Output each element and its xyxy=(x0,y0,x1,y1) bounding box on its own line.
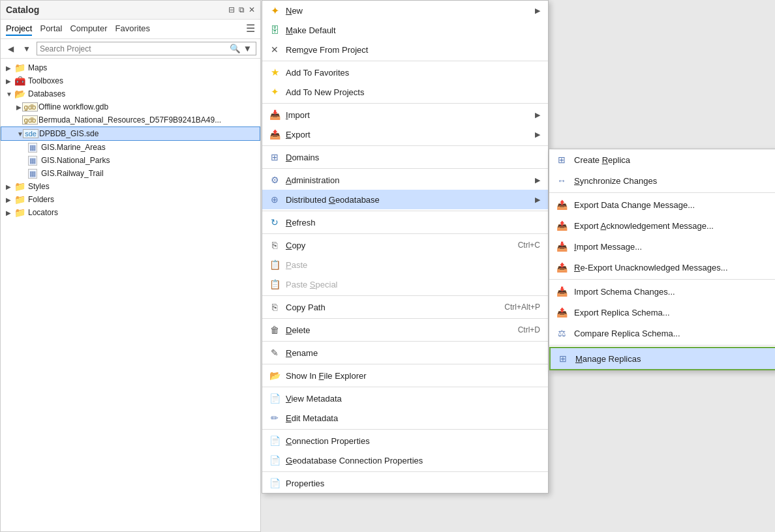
sun-icon: ✦ xyxy=(267,3,282,18)
menu-item-rename[interactable]: ✎ Rename xyxy=(262,343,548,362)
menu-label-gdb-connection-properties: Geodatabase Connection Properties xyxy=(286,456,540,466)
submenu-item-manage-replicas[interactable]: ⊞ Manage Replicas xyxy=(549,347,775,370)
menu-item-paste: 📋 Paste xyxy=(262,255,548,274)
submenu-item-compare-replica-schema[interactable]: ⚖ Compare Replica Schema... xyxy=(549,323,775,344)
back-button[interactable]: ◀ xyxy=(5,42,17,55)
tab-portal[interactable]: Portal xyxy=(40,22,62,36)
menu-item-administration[interactable]: ⚙ Administration ▶ xyxy=(262,170,548,190)
submenu-item-import-schema[interactable]: 📥 Import Schema Changes... xyxy=(549,281,775,302)
tree-item-marine[interactable]: ▦ GIS.Marine_Areas xyxy=(1,141,260,154)
menu-item-remove[interactable]: ✕ Remove From Project xyxy=(262,40,548,59)
menu-label-delete: Delete xyxy=(286,325,508,335)
submenu-sep1 xyxy=(549,192,775,193)
menu-item-domains[interactable]: ⊞ Domains xyxy=(262,147,548,167)
hamburger-icon[interactable]: ☰ xyxy=(246,22,255,36)
menu-item-add-new-projects[interactable]: ✦ Add To New Projects xyxy=(262,82,548,102)
tree-label-marine: GIS.Marine_Areas xyxy=(41,143,106,152)
sync-icon: ↔ xyxy=(555,173,569,188)
submenu-label-export-ack: Export Acknowledgement Message... xyxy=(574,221,714,231)
menu-item-import[interactable]: 📥 Import ▶ xyxy=(262,105,548,125)
menu-item-connection-properties[interactable]: 📄 Connection Properties xyxy=(262,431,548,451)
copy-path-icon: ⎘ xyxy=(267,300,282,314)
submenu-item-re-export[interactable]: 📤 Re-Export Unacknowledged Messages... xyxy=(549,257,775,278)
tree-item-folders[interactable]: ▶ 📁 Folders xyxy=(1,193,260,206)
pin-icon[interactable]: ⊟ xyxy=(228,5,235,14)
submenu-item-export-ack[interactable]: 📤 Export Acknowledgement Message... xyxy=(549,215,775,236)
gdb-icon: gdb xyxy=(22,102,38,111)
tree-item-offline-gdb[interactable]: ▶ gdb Offline workflow.gdb xyxy=(1,100,260,113)
menu-item-add-favorites[interactable]: ★ Add To Favorites xyxy=(262,63,548,82)
menu-item-properties[interactable]: 📄 Properties xyxy=(262,473,548,493)
menu-item-copy-path[interactable]: ⎘ Copy Path Ctrl+Alt+P xyxy=(262,297,548,317)
re-export-icon: 📤 xyxy=(555,260,569,274)
menu-item-make-default[interactable]: 🗄 Make Default xyxy=(262,20,548,40)
tree-label-locators: Locators xyxy=(28,208,58,217)
catalog-header-icons: ⊟ ⧉ ✕ xyxy=(228,5,255,14)
menu-item-distributed-geodatabase[interactable]: ⊕ Distributed Geodatabase ▶ xyxy=(262,190,548,209)
tab-favorites[interactable]: Favorites xyxy=(115,22,150,36)
tab-computer[interactable]: Computer xyxy=(70,22,107,36)
search-dropdown-button[interactable]: ▼ xyxy=(242,44,253,53)
refresh-icon: ↻ xyxy=(267,215,282,229)
float-icon[interactable]: ⧉ xyxy=(239,5,245,14)
import-arrow: ▶ xyxy=(535,111,540,119)
table-icon-parks: ▦ xyxy=(28,156,37,166)
menu-item-refresh[interactable]: ↻ Refresh xyxy=(262,213,548,232)
submenu-item-export-data-change[interactable]: 📤 Export Data Change Message... xyxy=(549,194,775,215)
sep8 xyxy=(262,318,548,319)
tree-item-locators[interactable]: ▶ 📁 Locators xyxy=(1,206,260,219)
star-gold-icon: ★ xyxy=(267,65,282,80)
submenu-label-export-data-change: Export Data Change Message... xyxy=(574,200,695,210)
menu-item-edit-metadata[interactable]: ✏ Edit Metadata xyxy=(262,408,548,428)
sep7 xyxy=(262,295,548,296)
menu-label-export: Export xyxy=(286,130,530,140)
menu-label-add-favorites: Add To Favorites xyxy=(286,68,540,78)
create-replica-icon: ⊞ xyxy=(555,153,569,167)
tree-item-databases[interactable]: ▼ 📂 Databases xyxy=(1,87,260,100)
close-icon[interactable]: ✕ xyxy=(249,5,255,14)
tree-item-railway[interactable]: ▦ GIS.Railway_Trail xyxy=(1,167,260,180)
search-button[interactable]: 🔍 xyxy=(228,44,242,53)
tab-project[interactable]: Project xyxy=(6,22,32,36)
menu-item-delete[interactable]: 🗑 Delete Ctrl+D xyxy=(262,320,548,340)
tree-item-maps[interactable]: ▶ 📁 Maps xyxy=(1,61,260,74)
submenu-item-export-replica-schema[interactable]: 📤 Export Replica Schema... xyxy=(549,302,775,323)
tree-item-dpbdb-sde[interactable]: ▼ sde DPBDB_GIS.sde xyxy=(1,126,260,141)
edit-meta-icon: ✏ xyxy=(267,411,282,425)
properties-icon: 📄 xyxy=(267,476,282,490)
menu-label-add-new-projects: Add To New Projects xyxy=(286,87,540,97)
tree-label-maps: Maps xyxy=(28,63,47,72)
import-msg-icon: 📥 xyxy=(555,239,569,254)
menu-item-view-metadata[interactable]: 📄 View Metadata xyxy=(262,389,548,408)
sep6 xyxy=(262,233,548,234)
search-input[interactable] xyxy=(40,44,228,53)
star-outline-icon: ✦ xyxy=(267,85,282,99)
menu-label-paste-special: Paste Special xyxy=(286,280,540,289)
menu-item-show-file-explorer[interactable]: 📂 Show In File Explorer xyxy=(262,366,548,385)
menu-label-refresh: Refresh xyxy=(286,218,540,228)
tree-item-bermuda-gdb[interactable]: ▶ gdb Bermuda_National_Resources_D57F9B9… xyxy=(1,113,260,126)
distributed-arrow: ▶ xyxy=(535,196,540,204)
new-arrow: ▶ xyxy=(535,7,540,15)
menu-item-export[interactable]: 📤 Export ▶ xyxy=(262,125,548,144)
tree-item-styles[interactable]: ▶ 📁 Styles xyxy=(1,180,260,193)
tree-item-parks[interactable]: ▦ GIS.National_Parks xyxy=(1,154,260,167)
submenu-label-export-replica-schema: Export Replica Schema... xyxy=(574,308,670,318)
submenu-item-import-message[interactable]: 📥 Import Message... xyxy=(549,236,775,257)
submenu-item-synchronize-changes[interactable]: ↔ Synchronize Changes xyxy=(549,170,775,191)
catalog-header: Catalog ⊟ ⧉ ✕ xyxy=(1,1,260,20)
rename-icon: ✎ xyxy=(267,346,282,360)
submenu-label-compare-replica-schema: Compare Replica Schema... xyxy=(574,329,680,338)
menu-item-copy[interactable]: ⎘ Copy Ctrl+C xyxy=(262,235,548,255)
submenu-item-create-replica[interactable]: ⊞ Create Replica xyxy=(549,149,775,170)
folder-styles-icon: 📁 xyxy=(14,181,25,192)
x-remove-icon: ✕ xyxy=(267,42,282,57)
menu-item-new[interactable]: ✦ New ▶ xyxy=(262,1,548,20)
catalog-panel: Catalog ⊟ ⧉ ✕ Project Portal Computer Fa… xyxy=(0,0,261,532)
tree-item-toolboxes[interactable]: ▶ 🧰 Toolboxes xyxy=(1,74,260,87)
copy-icon: ⎘ xyxy=(267,238,282,252)
manage-replicas-icon: ⊞ xyxy=(556,351,570,366)
history-button[interactable]: ▼ xyxy=(20,42,34,55)
menu-item-gdb-connection-properties[interactable]: 📄 Geodatabase Connection Properties xyxy=(262,451,548,470)
sep10 xyxy=(262,364,548,364)
